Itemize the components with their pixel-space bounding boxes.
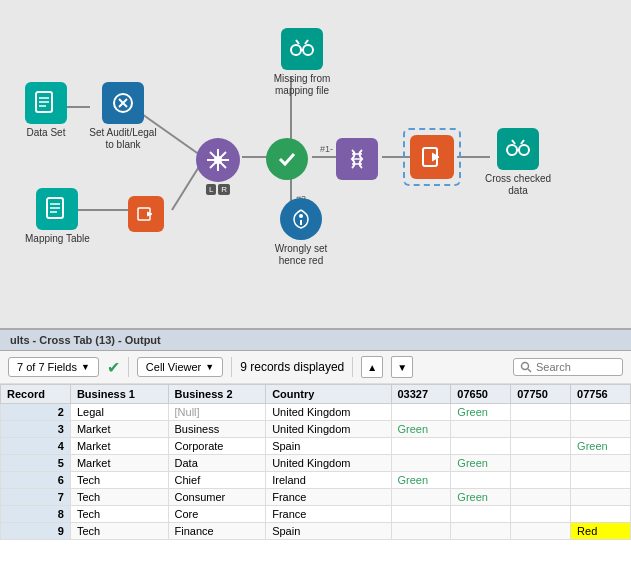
dataset-icon — [25, 82, 67, 124]
table-body: 2Legal[Null]United KingdomGreen3MarketBu… — [1, 404, 631, 540]
cell-07650 — [451, 421, 511, 438]
cell-record: 5 — [1, 455, 71, 472]
node-mapping[interactable]: Mapping Table — [25, 188, 90, 245]
col-record: Record — [1, 385, 71, 404]
crosschecked-label: Cross checked data — [483, 173, 553, 197]
cell-b2: Business — [168, 421, 266, 438]
cell-record: 9 — [1, 523, 71, 540]
node-missing[interactable]: Missing from mapping file — [267, 28, 337, 97]
toolbar: 7 of 7 Fields ▼ ✔ Cell Viewer ▼ 9 record… — [0, 351, 631, 384]
cell-record: 2 — [1, 404, 71, 421]
cell-07650 — [451, 506, 511, 523]
node-dna[interactable] — [336, 138, 378, 180]
cell-record: 6 — [1, 472, 71, 489]
scroll-down-button[interactable]: ▼ — [391, 356, 413, 378]
cell-b1: Market — [70, 438, 168, 455]
mapping-label: Mapping Table — [25, 233, 90, 245]
cell-07650 — [451, 523, 511, 540]
cell-b1: Tech — [70, 506, 168, 523]
node-mapoutput[interactable] — [128, 196, 164, 232]
col-country: Country — [266, 385, 391, 404]
separator-1 — [128, 357, 129, 377]
cell-03327 — [391, 506, 451, 523]
search-icon — [520, 361, 532, 373]
fields-dropdown[interactable]: 7 of 7 Fields ▼ — [8, 357, 99, 377]
cell-b2: Data — [168, 455, 266, 472]
data-table-wrapper[interactable]: Record Business 1 Business 2 Country 033… — [0, 384, 631, 569]
cell-record: 3 — [1, 421, 71, 438]
mapoutput-icon — [128, 196, 164, 232]
cell-07750 — [511, 421, 571, 438]
cell-b2: Consumer — [168, 489, 266, 506]
cell-record: 4 — [1, 438, 71, 455]
table-row: 4MarketCorporateSpainGreen — [1, 438, 631, 455]
table-row: 9TechFinanceSpainRed — [1, 523, 631, 540]
results-panel: ults - Cross Tab (13) - Output 7 of 7 Fi… — [0, 330, 631, 569]
scroll-up-button[interactable]: ▲ — [361, 356, 383, 378]
svg-point-43 — [299, 214, 303, 218]
dashed-container — [403, 128, 461, 186]
cell-b2: Corporate — [168, 438, 266, 455]
records-label: 9 records displayed — [240, 360, 344, 374]
cell-b1: Tech — [70, 489, 168, 506]
cell-country: Ireland — [266, 472, 391, 489]
cell-07756 — [571, 404, 631, 421]
cell-b1: Market — [70, 455, 168, 472]
node-filter[interactable] — [266, 138, 308, 180]
cell-07750 — [511, 472, 571, 489]
cell-country: United Kingdom — [266, 421, 391, 438]
output-icon[interactable] — [410, 135, 454, 179]
mapping-icon — [36, 188, 78, 230]
search-box[interactable] — [513, 358, 623, 376]
col-business2: Business 2 — [168, 385, 266, 404]
cell-03327 — [391, 455, 451, 472]
dna-icon — [336, 138, 378, 180]
cell-07750 — [511, 455, 571, 472]
search-input[interactable] — [536, 361, 616, 373]
cell-country: Spain — [266, 523, 391, 540]
panel-header: ults - Cross Tab (13) - Output — [0, 330, 631, 351]
node-dataset[interactable]: Data Set — [25, 82, 67, 139]
cell-07650 — [451, 438, 511, 455]
cell-07756 — [571, 506, 631, 523]
fields-label: 7 of 7 Fields — [17, 361, 77, 373]
cell-07750 — [511, 489, 571, 506]
table-row: 2Legal[Null]United KingdomGreen — [1, 404, 631, 421]
cell-07750 — [511, 523, 571, 540]
svg-point-29 — [291, 45, 301, 55]
svg-line-46 — [528, 369, 531, 372]
node-wrongly[interactable]: Wrongly set hence red — [266, 198, 336, 267]
cell-country: Spain — [266, 438, 391, 455]
cell-03327 — [391, 523, 451, 540]
svg-line-33 — [305, 40, 308, 44]
wrongly-label: Wrongly set hence red — [266, 243, 336, 267]
table-row: 6TechChiefIrelandGreen — [1, 472, 631, 489]
viewer-dropdown[interactable]: Cell Viewer ▼ — [137, 357, 223, 377]
node-crosschecked[interactable]: Cross checked data — [483, 128, 553, 197]
data-table: Record Business 1 Business 2 Country 033… — [0, 384, 631, 540]
cell-07756: Green — [571, 438, 631, 455]
cell-07756 — [571, 455, 631, 472]
missing-icon — [281, 28, 323, 70]
cell-07750 — [511, 404, 571, 421]
table-row: 8TechCoreFrance — [1, 506, 631, 523]
svg-point-45 — [522, 363, 529, 370]
cell-record: 7 — [1, 489, 71, 506]
cell-07650: Green — [451, 404, 511, 421]
join-icon — [196, 138, 240, 182]
separator-3 — [352, 357, 353, 377]
node-join[interactable]: L R — [196, 138, 240, 195]
cell-country: France — [266, 489, 391, 506]
col-business1: Business 1 — [70, 385, 168, 404]
cell-07756: Red — [571, 523, 631, 540]
cell-b2: Core — [168, 506, 266, 523]
cell-b1: Tech — [70, 472, 168, 489]
cell-03327 — [391, 404, 451, 421]
filter-icon — [266, 138, 308, 180]
cell-country: France — [266, 506, 391, 523]
svg-line-32 — [296, 40, 299, 44]
crosschecked-icon — [497, 128, 539, 170]
node-audit[interactable]: Set Audit/Legal to blank — [88, 82, 158, 151]
cell-03327 — [391, 438, 451, 455]
cell-07650: Green — [451, 489, 511, 506]
